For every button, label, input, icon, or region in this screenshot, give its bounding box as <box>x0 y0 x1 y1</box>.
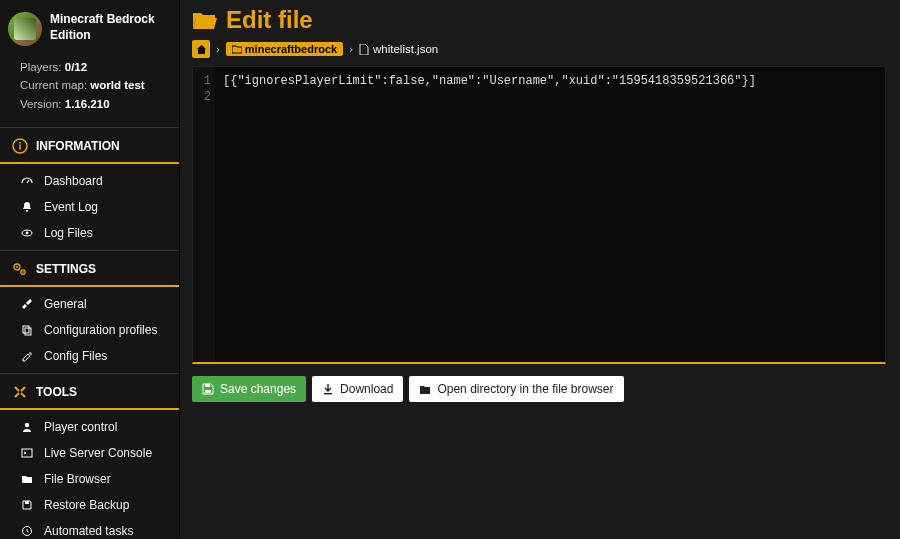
breadcrumb-home[interactable] <box>192 40 210 58</box>
sidebar-item-player-control[interactable]: Player control <box>0 414 179 440</box>
folder-open-icon <box>192 9 218 31</box>
svg-point-8 <box>16 266 18 268</box>
download-label: Download <box>340 382 393 396</box>
wrench-icon <box>20 298 34 310</box>
sidebar-item-label: Config Files <box>44 349 107 363</box>
svg-rect-4 <box>26 210 28 212</box>
code-editor[interactable]: 1 2 [{"ignoresPlayerLimit":false,"name":… <box>192 66 886 364</box>
version-label: Version: <box>20 98 62 110</box>
console-icon <box>20 447 34 459</box>
players-value: 0/12 <box>65 61 87 73</box>
save-button[interactable]: Save changes <box>192 376 306 402</box>
open-directory-label: Open directory in the file browser <box>437 382 613 396</box>
code-line: [{"ignoresPlayerLimit":false,"name":"Use… <box>223 73 877 89</box>
sidebar-item-log-files[interactable]: Log Files <box>0 220 179 246</box>
copy-icon <box>20 324 34 336</box>
breadcrumb: › minecraftbedrock › whitelist.json <box>192 40 886 66</box>
page-title: Edit file <box>192 4 886 40</box>
svg-point-6 <box>26 232 29 235</box>
nav-head-label: SETTINGS <box>36 262 96 276</box>
nav-head-information: INFORMATION <box>0 128 179 164</box>
sidebar-item-live-console[interactable]: Live Server Console <box>0 440 179 466</box>
sidebar-item-label: Automated tasks <box>44 524 133 538</box>
sidebar-item-automated-tasks[interactable]: Automated tasks <box>0 518 179 539</box>
info-icon <box>12 138 28 154</box>
svg-rect-12 <box>25 328 31 335</box>
gauge-icon <box>20 175 34 187</box>
main-content: Edit file › minecraftbedrock › whitelist… <box>180 0 900 539</box>
nav-head-tools: TOOLS <box>0 374 179 410</box>
floppy-icon <box>202 383 214 395</box>
bell-icon <box>20 201 34 213</box>
version-value: 1.16.210 <box>65 98 110 110</box>
save-icon <box>20 499 34 511</box>
download-icon <box>322 383 334 395</box>
sidebar-item-label: Dashboard <box>44 174 103 188</box>
svg-rect-11 <box>23 326 29 333</box>
svg-rect-2 <box>19 142 21 144</box>
sidebar-item-label: Event Log <box>44 200 98 214</box>
sidebar-item-label: Log Files <box>44 226 93 240</box>
user-icon <box>20 421 34 433</box>
editor-code[interactable]: [{"ignoresPlayerLimit":false,"name":"Use… <box>215 67 885 362</box>
svg-rect-1 <box>19 145 21 150</box>
action-bar: Save changes Download Open directory in … <box>192 364 886 402</box>
sidebar-item-event-log[interactable]: Event Log <box>0 194 179 220</box>
eye-icon <box>20 227 34 239</box>
line-number: 2 <box>193 89 211 105</box>
sidebar: Minecraft Bedrock Edition Players: 0/12 … <box>0 0 180 539</box>
breadcrumb-folder[interactable]: minecraftbedrock <box>226 42 343 56</box>
sidebar-item-config-files[interactable]: Config Files <box>0 343 179 369</box>
chevron-right-icon: › <box>216 43 220 55</box>
sidebar-item-config-profiles[interactable]: Configuration profiles <box>0 317 179 343</box>
nav-head-settings: SETTINGS <box>0 251 179 287</box>
svg-point-10 <box>22 271 24 273</box>
edit-icon <box>20 350 34 362</box>
sidebar-item-label: Live Server Console <box>44 446 152 460</box>
sidebar-item-label: Configuration profiles <box>44 323 157 337</box>
download-button[interactable]: Download <box>312 376 403 402</box>
tools-icon <box>12 384 28 400</box>
svg-rect-15 <box>25 501 29 504</box>
sidebar-item-label: Restore Backup <box>44 498 129 512</box>
breadcrumb-file-label: whitelist.json <box>373 43 438 55</box>
folder-icon <box>20 473 34 485</box>
svg-line-3 <box>27 180 29 183</box>
sidebar-item-label: Player control <box>44 420 117 434</box>
nav-settings: SETTINGS General Configuration profiles … <box>0 250 179 373</box>
save-label: Save changes <box>220 382 296 396</box>
sidebar-item-label: General <box>44 297 87 311</box>
svg-rect-17 <box>205 384 210 387</box>
nav-head-label: TOOLS <box>36 385 77 399</box>
map-label: Current map: <box>20 79 87 91</box>
sidebar-item-label: File Browser <box>44 472 111 486</box>
page-title-text: Edit file <box>226 6 313 34</box>
gears-icon <box>12 261 28 277</box>
svg-rect-18 <box>205 390 211 393</box>
breadcrumb-folder-label: minecraftbedrock <box>245 43 337 55</box>
nav-head-label: INFORMATION <box>36 139 120 153</box>
map-value: world test <box>90 79 144 91</box>
chevron-right-icon: › <box>349 43 353 55</box>
open-directory-button[interactable]: Open directory in the file browser <box>409 376 623 402</box>
sidebar-item-restore-backup[interactable]: Restore Backup <box>0 492 179 518</box>
nav-tools: TOOLS Player control Live Server Console… <box>0 373 179 539</box>
svg-point-13 <box>25 423 29 427</box>
sidebar-item-dashboard[interactable]: Dashboard <box>0 168 179 194</box>
server-icon <box>8 12 42 46</box>
server-name: Minecraft Bedrock Edition <box>50 12 171 43</box>
clock-icon <box>20 525 34 537</box>
editor-gutter: 1 2 <box>193 67 215 362</box>
nav-information: INFORMATION Dashboard Event Log Log File… <box>0 127 179 250</box>
server-header: Minecraft Bedrock Edition <box>0 0 179 58</box>
line-number: 1 <box>193 73 211 89</box>
svg-rect-19 <box>324 393 332 394</box>
breadcrumb-file[interactable]: whitelist.json <box>359 43 438 55</box>
folder-icon <box>419 384 431 395</box>
sidebar-item-file-browser[interactable]: File Browser <box>0 466 179 492</box>
sidebar-item-general[interactable]: General <box>0 291 179 317</box>
players-label: Players: <box>20 61 62 73</box>
server-meta: Players: 0/12 Current map: world test Ve… <box>0 58 179 127</box>
